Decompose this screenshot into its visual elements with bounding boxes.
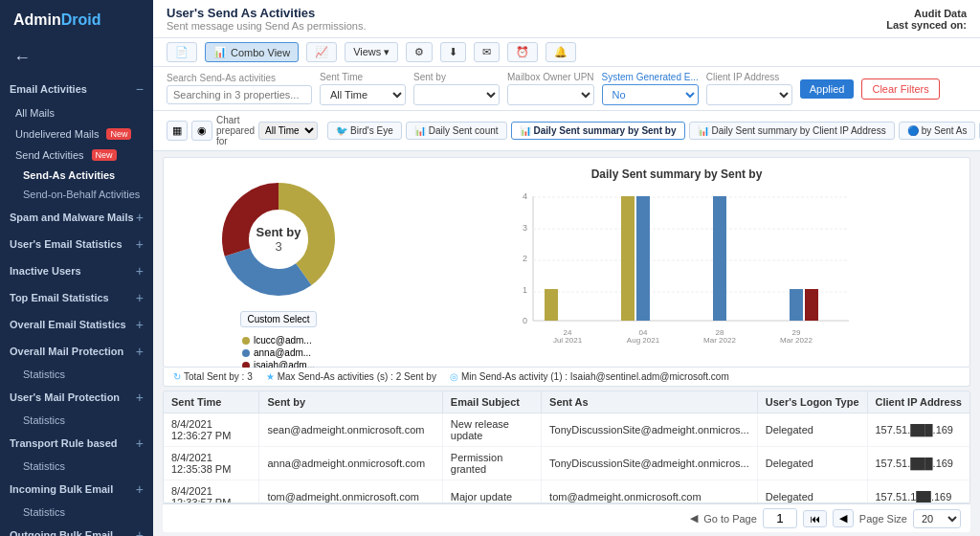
sidebar-section-toggle-transport[interactable]: + [136,436,144,451]
chart-time-label: Chart prepared for [216,115,255,146]
stats-max: ★ Max Send-As activities (s) : 2 Sent by [266,371,436,382]
col-email-subject[interactable]: Email Subject [442,391,541,413]
col-logon-type[interactable]: User's Logon Type [757,391,867,413]
sidebar-section-userstats[interactable]: User's Email Statistics + [0,231,153,257]
sidebar-section-overall[interactable]: Overall Email Statistics + [0,311,153,338]
schedule-button[interactable]: ⏰ [507,42,538,62]
applied-button[interactable]: Applied [800,79,855,99]
sidebar-section-toggle-inactive[interactable]: + [136,263,144,279]
chart-toggle-bar[interactable]: ▦ [167,121,188,141]
sidebar-section-toggle[interactable]: − [136,81,144,97]
table-cell: Major update [442,480,541,504]
prev-page-button[interactable]: ◀ [833,509,854,527]
sidebar-sub-protection[interactable]: Statistics [0,365,153,384]
sentas-label: by Sent As [922,125,968,136]
sidebar-section-inactive[interactable]: Inactive Users + [0,257,153,284]
mailbox-select[interactable] [507,84,594,105]
donut-center-num: 3 [256,239,301,254]
schedule-icon: ⏰ [516,46,529,58]
sidebar-sub-userprotection[interactable]: Statistics [0,411,153,430]
legend-dot-2 [242,349,250,357]
sidebar-section-toggle-top[interactable]: + [136,290,144,305]
document-button[interactable]: 📄 [167,42,197,62]
legend-label-2: anna@adm... [254,347,311,358]
alert-button[interactable]: 🔔 [546,42,576,62]
bar [636,196,650,321]
donut-center-label: Sent by [256,225,301,239]
sidebar-section-toggle-userstats[interactable]: + [136,236,144,252]
bar-chart-svg-wrap: 0 1 2 3 4 [393,187,960,357]
download-button[interactable]: ⬇ [440,42,466,62]
sidebar-section-toggle-spam[interactable]: + [136,210,144,225]
sidebar-item-undelivered[interactable]: Undelivered Mails New [0,123,153,145]
sidebar-item-send-activities[interactable]: Send Activities New [0,145,153,166]
sidebar-section-outgoing[interactable]: Outgoing Bulk Email + [0,522,153,536]
col-sent-time[interactable]: Sent Time [164,391,259,413]
sidebar-sub-sendas[interactable]: Send-As Activities [0,166,153,185]
chart-time-select[interactable]: All Time [258,122,318,140]
sidebar-sub-sendonbehalf[interactable]: Send-on-Behalf Activities [0,185,153,204]
combo-view-button[interactable]: 📊 Combo View [205,42,299,62]
chart-tab-daily-client[interactable]: 📊 Daily Sent summary by Client IP Addres… [689,122,895,140]
sent-time-select[interactable]: All Time [320,84,406,105]
chart-button[interactable]: 📈 [306,42,337,62]
sidebar-section-top[interactable]: Top Email Statistics + [0,284,153,311]
sidebar-section-userprotection[interactable]: User's Mail Protection + [0,384,153,411]
chart-tab-birdseye[interactable]: 🐦 Bird's Eye [327,122,402,140]
table-cell: 157.51.███.169 [867,413,969,447]
sidebar-section-toggle-incoming[interactable]: + [136,481,144,497]
sidebar-item-label: All Mails [15,107,55,119]
legend-item-2: anna@adm... [242,347,315,358]
views-button[interactable]: Views ▾ [345,42,398,62]
sent-time-filter-group: Sent Time All Time [320,72,406,105]
custom-select-button[interactable]: Custom Select [240,311,316,327]
sidebar-section-transport[interactable]: Transport Rule based + [0,430,153,457]
sidebar-section-toggle-overall[interactable]: + [136,317,144,332]
filters-bar: Search Send-As activities Sent Time All … [153,67,980,111]
email-button[interactable]: ✉ [474,42,500,62]
sidebar-section-email[interactable]: Email Activities − [0,76,153,102]
first-page-button[interactable]: ⏮ [803,510,827,527]
settings-button[interactable]: ⚙ [406,42,433,62]
sidebar-section-toggle-userprotection[interactable]: + [136,390,144,405]
main-content: User's Send As Activities Sent message u… [153,0,980,536]
chart-tab-daily-count[interactable]: 📊 Daily Sent count [406,122,507,140]
table-cell: tom@admeight.onmicrosoft.com [259,480,442,504]
table-cell: Delegated [757,480,867,504]
sidebar-section-spam[interactable]: Spam and Malware Mails + [0,204,153,231]
chart-tab-daily-sentby[interactable]: 📊 Daily Sent summary by Sent by [511,122,685,140]
legend-item-1: lcucc@adm... [242,335,315,346]
clear-filters-button[interactable]: Clear Filters [861,78,939,100]
system-select[interactable]: No [602,84,699,105]
sidebar-section-toggle-protection[interactable]: + [136,344,144,359]
search-input[interactable] [167,85,312,104]
chart-toggle-pie[interactable]: ◉ [191,121,212,141]
col-sent-as[interactable]: Sent As [542,391,758,413]
pagination: ◀ Go to Page ⏮ ◀ Page Size 20 [163,503,970,532]
col-sent-by[interactable]: Sent by [259,391,442,413]
page-input[interactable] [763,508,797,528]
sent-by-select[interactable] [413,84,500,105]
sidebar-sub-transport[interactable]: Statistics [0,457,153,476]
sidebar-section-protection[interactable]: Overall Mail Protection + [0,338,153,365]
col-client-ip[interactable]: Client IP Address [867,391,969,413]
svg-text:Mar 2022: Mar 2022 [780,336,813,345]
sidebar-section-toggle-outgoing[interactable]: + [136,527,144,536]
client-select[interactable] [706,84,792,105]
sidebar-section-incoming[interactable]: Incoming Bulk Email + [0,476,153,502]
scroll-left: ◀ [690,512,698,525]
sent-by-label: Sent by [413,72,500,82]
sidebar-section-label-top: Top Email Statistics [10,292,109,303]
search-label: Search Send-As activities [167,73,312,83]
topbar-right: Audit Data Last synced on: [886,8,967,31]
sidebar-section-label-overall: Overall Email Statistics [10,319,126,330]
chart-tab-sentas[interactable]: 🔵 by Sent As [899,122,976,140]
donut-chart: Sent by 3 [207,168,350,311]
sidebar-item-all-mails[interactable]: All Mails [0,102,153,123]
page-size-select[interactable]: 20 [913,509,961,528]
svg-text:4: 4 [523,191,527,201]
table-row: 8/4/2021 12:33:57 PMtom@admeight.onmicro… [164,480,969,504]
back-button[interactable]: ← [0,40,153,76]
sidebar-sub-incoming[interactable]: Statistics [0,502,153,522]
page-title: User's Send As Activities [167,6,367,20]
